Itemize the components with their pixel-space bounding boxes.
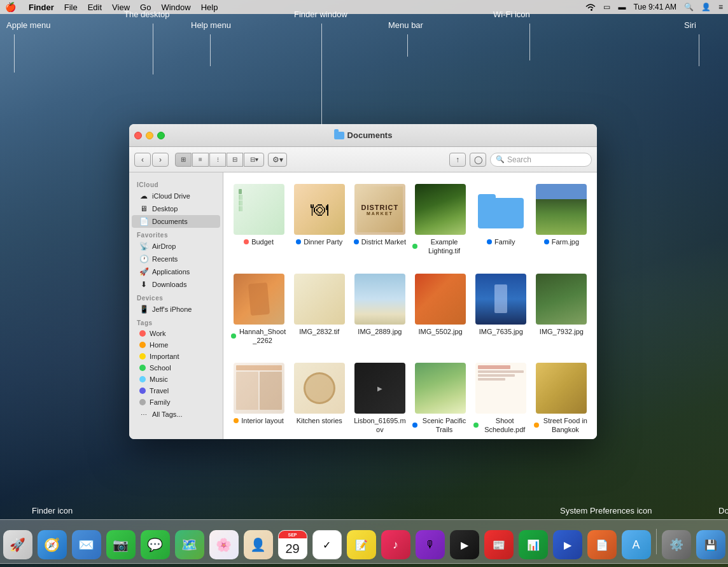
dock-item-appletv[interactable]: ▶ [449,529,480,561]
sidebar-item-airdrop[interactable]: 📡 AirDrop [132,240,220,253]
file-item-img7635[interactable]: IMG_7635.jpg [471,270,531,349]
example-dot [412,244,417,249]
dock-item-news[interactable]: 📰 [483,529,515,561]
dock-item-facetime[interactable]: 📷 [105,529,137,561]
file-item-img5502[interactable]: IMG_5502.jpg [410,270,470,349]
img5502-name: IMG_5502.jpg [419,327,463,336]
file-item-img7932[interactable]: IMG_7932.jpg [531,270,592,349]
gallery-view-button[interactable]: ⊟ [227,153,243,167]
file-item-budget[interactable]: Budget [228,180,289,260]
menubar-search-icon[interactable]: 🔍 [684,3,694,11]
file-item-img2832[interactable]: IMG_2832.tif [289,270,349,349]
menubar-go[interactable]: Go [140,3,151,12]
file-item-farm[interactable]: Farm.jpg [531,180,592,260]
dock-item-contacts[interactable]: 👤 [242,529,274,561]
menubar-file[interactable]: File [64,3,78,12]
filevault-dock-icon: 💾 [696,530,725,559]
action-button[interactable]: ⚙▾ [268,153,287,167]
dock-item-appstore[interactable]: A [620,529,652,561]
dock-item-filevault[interactable]: 💾 [695,529,727,561]
dock-item-maps[interactable]: 🗺️ [174,529,206,561]
close-button[interactable] [134,132,142,139]
sidebar-item-iphone[interactable]: 📱 Jeff's iPhone [132,303,220,316]
file-item-lisbon[interactable]: ▶ Lisbon_61695.mov [349,359,410,438]
file-label-example: Example Lighting.tif [412,237,468,256]
dock-item-photos[interactable]: 🌸 [208,529,240,561]
img7932-name: IMG_7932.jpg [540,327,584,336]
share-button[interactable]: ↑ [449,153,466,167]
sidebar-item-desktop[interactable]: 🖥 Desktop [132,202,220,215]
menubar-siri-icon[interactable]: 👤 [701,3,711,11]
dock-separator [656,529,657,554]
view-options-button[interactable]: ⊟▾ [244,153,264,167]
file-item-example-lighting[interactable]: Example Lighting.tif [410,180,470,260]
dock-container: 🚀 🧭 ✉️ 📷 💬 🗺️ [0,519,728,564]
dock-item-launchpad[interactable]: 🚀 [2,529,34,561]
menubar-finder[interactable]: Finder [29,3,54,12]
dock-item-calendar[interactable]: SEP 29 [277,529,309,561]
budget-dot [244,239,249,244]
dock-item-mail[interactable]: ✉️ [71,529,102,561]
sidebar-item-tag-home[interactable]: Home [132,339,220,351]
menubar-view[interactable]: View [112,3,130,12]
menubar-left: 🍎 Finder File Edit View Go Window Help [5,2,218,12]
menubar-window[interactable]: Window [161,3,190,12]
sidebar-item-recents[interactable]: 🕐 Recents [132,253,220,265]
back-button[interactable]: ‹ [134,153,151,167]
dock-item-sysprefs[interactable]: ⚙️ [661,529,692,561]
sidebar-item-icloud-drive[interactable]: ☁ iCloud Drive [132,190,220,202]
file-item-dinner-party[interactable]: 🍽 Dinner Party [289,180,349,260]
keynote-dock-icon: ▶ [553,530,582,559]
toolbar-views: ⊞ ≡ ⫶ ⊟ ⊟▾ [175,153,264,167]
minimize-button[interactable] [146,132,153,139]
dock-item-numbers[interactable]: 📊 [517,529,549,561]
maximize-button[interactable] [157,132,165,139]
icon-view-button[interactable]: ⊞ [175,153,192,167]
column-view-button[interactable]: ⫶ [209,153,226,167]
menubar-control-center[interactable]: ≡ [718,3,723,11]
messages-dock-icon: 💬 [141,530,170,559]
menubar-help[interactable]: Help [201,3,218,12]
dinner-name: Dinner Party [304,237,342,246]
file-item-hannah[interactable]: Hannah_Shoot_2262 [228,270,289,349]
sidebar-item-tag-important[interactable]: Important [132,351,220,362]
dock-item-messages[interactable]: 💬 [139,529,171,561]
file-label-street: Street Food in Bangkok [534,416,589,435]
apple-menu[interactable]: 🍎 [5,2,16,12]
shoot-name: Shoot Schedule.pdf [481,416,529,435]
launchpad-dock-icon: 🚀 [3,530,32,559]
file-label-lisbon: Lisbon_61695.mov [352,416,407,435]
list-view-button[interactable]: ≡ [192,153,209,167]
sidebar-item-documents[interactable]: 📄 Documents [132,215,220,228]
menubar-edit[interactable]: Edit [88,3,102,12]
forward-button[interactable]: › [152,153,169,167]
file-item-street-food[interactable]: Street Food in Bangkok [531,359,592,438]
tag-button[interactable]: ◯ [470,153,486,167]
sidebar-item-tag-family[interactable]: Family [132,396,220,408]
dock-item-safari[interactable]: 🧭 [36,529,68,561]
sidebar-item-tag-travel[interactable]: Travel [132,385,220,396]
dock-item-music[interactable]: ♪ [380,529,412,561]
dock-item-reminders[interactable]: ✓ [311,529,343,561]
file-item-kitchen[interactable]: Kitchen stories [289,359,349,438]
dock-item-notes[interactable]: 📝 [346,529,377,561]
scenic-dot [412,423,417,428]
sidebar-item-tag-school[interactable]: School [132,362,220,374]
dock-item-keynote[interactable]: ▶ [552,529,584,561]
sidebar-item-applications[interactable]: 🚀 Applications [132,265,220,278]
file-item-family[interactable]: Family [471,180,531,260]
tag-music-dot [139,376,146,382]
file-item-scenic[interactable]: Scenic Pacific Trails [410,359,470,438]
search-bar[interactable]: 🔍 Search [490,153,592,167]
dock-item-podcasts[interactable]: 🎙 [414,529,446,561]
file-item-shoot[interactable]: Shoot Schedule.pdf [471,359,531,438]
family-dot [487,239,492,244]
sidebar-item-tag-work[interactable]: Work [132,328,220,339]
file-item-interior[interactable]: Interior layout [228,359,289,438]
file-item-img2889[interactable]: IMG_2889.jpg [349,270,410,349]
sidebar-item-downloads[interactable]: ⬇ Downloads [132,278,220,291]
file-item-district-market[interactable]: DISTRICT MARKET District Market [349,180,410,260]
sidebar-item-all-tags[interactable]: ⋯ All Tags... [132,408,220,421]
dock-item-pages[interactable]: 📄 [586,529,618,561]
sidebar-item-tag-music[interactable]: Music [132,374,220,385]
